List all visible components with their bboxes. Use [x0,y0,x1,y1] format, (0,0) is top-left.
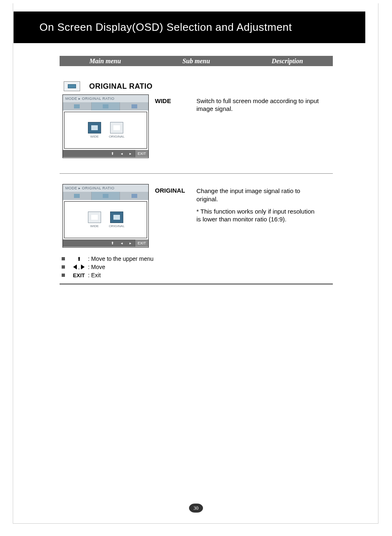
legend-exit-label: EXIT [70,272,88,278]
legend-row-up: : Move to the upper menu [62,255,154,263]
title-bar: On Screen Display(OSD) Selection and Adj… [14,12,365,43]
row-divider [60,173,333,174]
osd-up-icon: ⬆ [108,241,118,245]
osd-right-icon: ▸ [126,241,135,245]
osd-right-icon: ▸ [126,152,135,156]
osd-option-wide-selected: WIDE [86,122,103,138]
ratio-icon [64,81,80,91]
section-end-divider [60,283,333,285]
column-headers: Main menu Sub menu Description [60,56,333,66]
triangle-left-icon [73,265,77,269]
osd-tab-3 [120,102,148,110]
osd-up-icon: ⬆ [108,152,118,156]
legend-exit-text: : Exit [88,272,101,278]
osd-exit-button: EXIT [135,150,148,157]
osd-tab-2-selected [92,192,120,200]
osd-tab-2-selected [92,102,120,110]
original-icon [110,122,123,133]
osd-option-wide: WIDE [86,212,103,228]
triangle-right-icon [81,265,85,269]
page-title: On Screen Display(OSD) Selection and Adj… [14,21,292,34]
up-arrow-icon [70,256,88,262]
osd-option-original: ORIGINAL [108,122,125,138]
wide-icon [88,122,101,133]
bullet-icon [62,274,65,277]
osd-option-wide-label: WIDE [86,224,103,228]
osd-exit-button: EXIT [135,239,148,247]
description-wide: Switch to full screen mode according to … [196,97,321,113]
legend-move-text: : Move [88,264,105,270]
osd-breadcrumb: MODE ▸ ORIGINAL RATIO [63,95,148,102]
osd-preview-original: MODE ▸ ORIGINAL RATIO WIDE ORIGINAL ⬆ ◂ … [62,184,149,248]
osd-tabrow [63,102,148,110]
osd-body: WIDE ORIGINAL [64,112,147,149]
legend-row-move: , : Move [62,263,154,271]
wide-icon [88,212,101,223]
bullet-icon [62,257,65,260]
original-icon [110,212,123,223]
bullet-icon [62,265,65,269]
legend: : Move to the upper menu , : Move EXIT :… [62,255,154,279]
col-main-menu: Main menu [60,58,151,65]
osd-left-icon: ◂ [118,152,126,156]
page: On Screen Display(OSD) Selection and Adj… [0,0,392,536]
description-original-note: * This function works only if input reso… [196,207,321,224]
description-original: Change the input image signal ratio to o… [196,187,321,223]
submenu-wide: WIDE [155,97,171,104]
submenu-original: ORIGINAL [155,187,185,194]
section-header: ORIGINAL RATIO [64,81,152,91]
osd-breadcrumb: MODE ▸ ORIGINAL RATIO [63,184,148,192]
section-title: ORIGINAL RATIO [89,82,152,91]
description-original-text: Change the input image signal ratio to o… [196,187,321,203]
osd-body: WIDE ORIGINAL [64,201,147,238]
col-description: Description [242,58,333,65]
col-sub-menu: Sub menu [151,58,242,65]
osd-tabrow [63,192,148,200]
osd-tab-1 [63,102,92,110]
legend-row-exit: EXIT : Exit [62,271,154,279]
comma: , [78,264,80,270]
legend-up-text: : Move to the upper menu [88,255,154,262]
osd-footer: ⬆ ◂ ▸ EXIT [63,239,148,247]
osd-option-original-label: ORIGINAL [108,135,125,138]
left-right-arrow-icon: , [70,264,88,270]
osd-left-icon: ◂ [118,241,126,245]
osd-option-wide-label: WIDE [86,135,103,138]
osd-preview-wide: MODE ▸ ORIGINAL RATIO WIDE ORIGINAL ⬆ ◂ … [62,94,149,158]
osd-tab-1 [63,192,92,200]
osd-option-original-label: ORIGINAL [108,224,125,228]
osd-tab-3 [120,192,148,200]
page-number: 30 [189,504,203,513]
osd-footer: ⬆ ◂ ▸ EXIT [63,150,148,157]
osd-option-original-selected: ORIGINAL [108,212,125,228]
